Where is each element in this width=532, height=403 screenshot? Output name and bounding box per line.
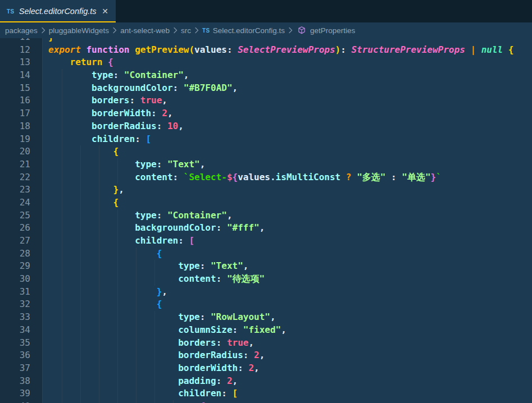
code-line[interactable]: 18 borderRadius: 10, [0, 120, 532, 133]
code-token: , [162, 286, 167, 297]
code-line[interactable]: 17 borderWidth: 2, [0, 107, 532, 120]
line-number: 15 [0, 82, 43, 95]
code-line[interactable]: 23 }, [0, 184, 532, 196]
indent-whitespace [48, 363, 178, 373]
code-line[interactable]: 14 type: "Container", [0, 69, 532, 82]
code-token: backgroundColor [135, 222, 216, 233]
code-token: : [173, 172, 184, 182]
code-token: children [92, 134, 135, 144]
code-token: return [70, 57, 103, 67]
code-line[interactable]: 19 children: [ [0, 133, 532, 146]
code-line[interactable]: 25 type: "Container", [0, 209, 532, 222]
code-token: borderWidth [92, 108, 151, 118]
code-token: $ [227, 172, 233, 182]
indent-guide [117, 260, 118, 273]
code-line[interactable]: 29 type: "Text", [0, 260, 532, 273]
code-line[interactable]: 15 backgroundColor: "#B7F0AD", [0, 82, 532, 95]
code-line[interactable]: 40 { [0, 400, 532, 403]
code-line[interactable]: 12export function getPreview(values: Sel… [0, 44, 532, 57]
code-line-content: type: "Text", [43, 260, 532, 273]
line-number: 37 [0, 362, 43, 375]
breadcrumb-item-src[interactable]: src [181, 26, 191, 35]
line-number: 21 [0, 158, 43, 171]
code-token: } [113, 184, 119, 195]
close-icon[interactable]: ✕ [100, 6, 110, 16]
indent-whitespace [48, 401, 200, 403]
code-token: , [227, 210, 233, 221]
code-token: content [178, 273, 216, 284]
code-token: type [135, 159, 157, 170]
code-line-content: return { [43, 56, 532, 69]
code-token [102, 57, 108, 67]
code-line-content: type: "Container", [43, 209, 532, 222]
code-line[interactable]: 38 padding: 2, [0, 375, 532, 388]
code-token: "单选" [402, 172, 430, 182]
indent-guide [136, 286, 137, 299]
indent-guide [62, 286, 62, 299]
line-number: 28 [0, 248, 43, 260]
code-line[interactable]: 34 columnSize: "fixed", [0, 324, 532, 337]
code-token: values [238, 172, 270, 182]
code-line[interactable]: 13 return { [0, 56, 532, 69]
line-number: 31 [0, 286, 43, 299]
indent-guide [62, 69, 62, 82]
line-number: 17 [0, 107, 43, 120]
code-token: : [238, 363, 248, 373]
breadcrumb: packagespluggableWidgetsant-select-websr… [0, 22, 532, 38]
chevron-right-icon [171, 26, 180, 35]
code-token: [ [233, 388, 238, 399]
code-line[interactable]: 35 borders: true, [0, 337, 532, 350]
indent-guide [117, 337, 118, 350]
code-line[interactable]: 20 { [0, 145, 532, 158]
indent-guide [117, 273, 118, 286]
indent-guide [62, 311, 62, 324]
breadcrumb-item-packages[interactable]: packages [5, 26, 38, 35]
code-token [81, 44, 87, 55]
code-line[interactable]: 30 content: "待选项" [0, 273, 532, 286]
code-line-content: children: [ [43, 235, 532, 248]
code-line[interactable]: 31 }, [0, 286, 532, 299]
breadcrumb-item-ant-select-web[interactable]: ant-select-web [120, 26, 170, 35]
code-line[interactable]: 11} [0, 38, 532, 44]
code-line-content: { [43, 196, 532, 209]
code-line[interactable]: 16 borders: true, [0, 94, 532, 107]
code-token: : [200, 260, 211, 271]
code-line[interactable]: 24 { [0, 196, 532, 209]
breadcrumb-label: pluggableWidgets [49, 26, 109, 35]
indent-guide [117, 235, 118, 248]
code-line[interactable]: 37 borderWidth: 2, [0, 362, 532, 375]
indent-whitespace [48, 121, 92, 131]
code-token: SelectPreviewProps [238, 44, 335, 55]
code-line[interactable]: 28 { [0, 248, 532, 260]
code-line[interactable]: 33 type: "RowLayout", [0, 311, 532, 324]
code-token: true [227, 337, 249, 348]
code-line[interactable]: 39 children: [ [0, 387, 532, 400]
code-line[interactable]: 36 borderRadius: 2, [0, 349, 532, 362]
code-token: { [113, 197, 119, 208]
code-editor[interactable]: 11}12export function getPreview(values: … [0, 38, 532, 403]
tab-select-editorconfig[interactable]: TS Select.editorConfig.ts ✕ [0, 0, 116, 22]
code-line[interactable]: 22 content: `Select-${values.isMultiCons… [0, 171, 532, 184]
breadcrumb-item-pluggablewidgets[interactable]: pluggableWidgets [49, 26, 109, 35]
code-token: , [200, 159, 206, 170]
code-line[interactable]: 26 backgroundColor: "#fff", [0, 222, 532, 235]
code-line[interactable]: 27 children: [ [0, 235, 532, 248]
line-number: 32 [0, 298, 43, 311]
indent-guide [154, 400, 155, 403]
code-line-content: content: "待选项" [43, 273, 532, 286]
code-line-content: backgroundColor: "#fff", [43, 222, 532, 235]
code-line[interactable]: 21 type: "Text", [0, 158, 532, 171]
code-token: , [162, 95, 167, 106]
code-token: , [281, 324, 287, 335]
code-line[interactable]: 32 { [0, 298, 532, 311]
line-number: 39 [0, 387, 43, 400]
code-token: | [470, 44, 476, 55]
indent-guide [117, 158, 118, 171]
indent-guide [62, 209, 62, 222]
line-number: 20 [0, 145, 43, 158]
breadcrumb-item-getproperties[interactable]: getProperties [296, 26, 355, 35]
breadcrumb-item-select-editorconfig-ts[interactable]: TSSelect.editorConfig.ts [202, 26, 285, 35]
code-line-content: padding: 2, [43, 375, 532, 388]
code-area[interactable]: 11}12export function getPreview(values: … [0, 38, 532, 403]
line-number: 25 [0, 209, 43, 222]
